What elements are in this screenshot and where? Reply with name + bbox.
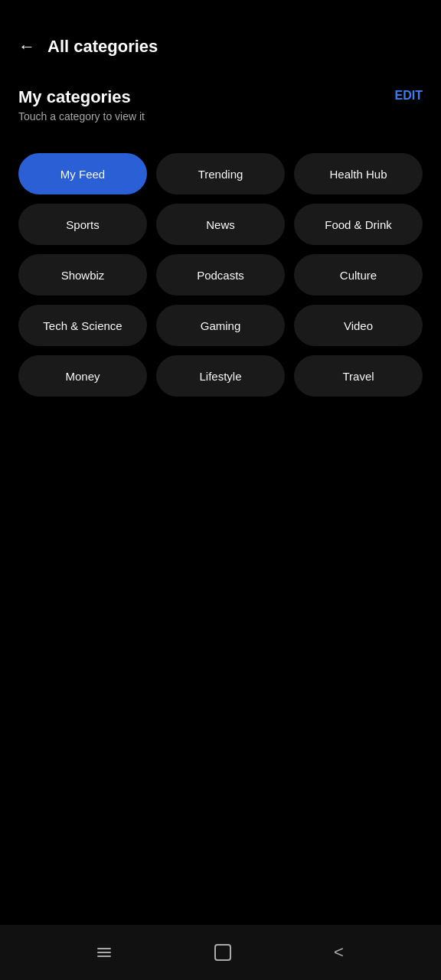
edit-button[interactable]: EDIT xyxy=(395,87,423,103)
bottom-navigation: < xyxy=(0,925,441,980)
category-chip-showbiz[interactable]: Showbiz xyxy=(18,254,147,296)
category-chip-tech-science[interactable]: Tech & Science xyxy=(18,305,147,346)
section-header-text: My categories Touch a category to view i… xyxy=(18,87,395,138)
home-button[interactable] xyxy=(214,944,231,961)
recent-apps-button[interactable] xyxy=(97,948,111,957)
category-chip-health-hub[interactable]: Health Hub xyxy=(294,153,423,194)
category-chip-podcasts[interactable]: Podcasts xyxy=(156,254,285,296)
page-title: All categories xyxy=(47,37,158,57)
category-chip-money[interactable]: Money xyxy=(18,355,147,397)
back-button[interactable]: ← xyxy=(18,37,35,57)
main-content: My categories Touch a category to view i… xyxy=(0,69,441,397)
back-nav-button[interactable]: < xyxy=(334,942,344,962)
category-chip-travel[interactable]: Travel xyxy=(294,355,423,397)
category-chip-video[interactable]: Video xyxy=(294,305,423,346)
category-chip-lifestyle[interactable]: Lifestyle xyxy=(156,355,285,397)
section-header: My categories Touch a category to view i… xyxy=(18,87,423,138)
category-chip-culture[interactable]: Culture xyxy=(294,254,423,296)
category-chip-food-drink[interactable]: Food & Drink xyxy=(294,204,423,245)
categories-grid: My FeedTrendingHealth HubSportsNewsFood … xyxy=(18,153,423,397)
category-chip-news[interactable]: News xyxy=(156,204,285,245)
category-chip-trending[interactable]: Trending xyxy=(156,153,285,194)
section-title: My categories xyxy=(18,87,395,107)
section-subtitle: Touch a category to view it xyxy=(18,110,395,122)
category-chip-gaming[interactable]: Gaming xyxy=(156,305,285,346)
category-chip-sports[interactable]: Sports xyxy=(18,204,147,245)
header: ← All categories xyxy=(0,0,441,69)
category-chip-my-feed[interactable]: My Feed xyxy=(18,153,147,194)
